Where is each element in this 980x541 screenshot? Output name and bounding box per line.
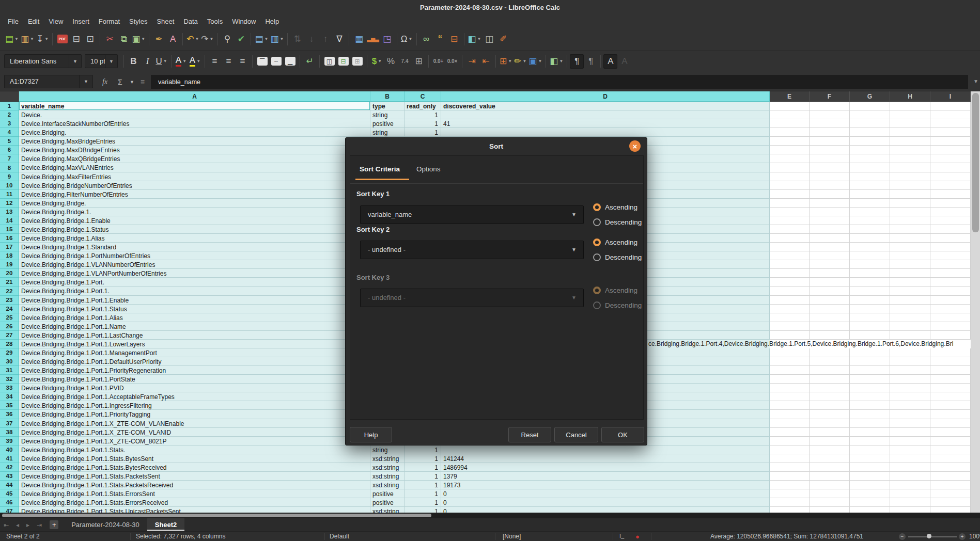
cell-A9[interactable]: Device.Bridging.MaxFilterEntries (19, 172, 370, 181)
cell-H8[interactable] (890, 163, 930, 172)
cell-G9[interactable] (850, 172, 890, 181)
cell-A8[interactable]: Device.Bridging.MaxVLANEntries (19, 163, 370, 172)
cell-E1[interactable] (770, 102, 810, 110)
cell-B47[interactable]: xsd:string (370, 507, 405, 513)
redo-button[interactable]: ↷▼ (200, 32, 214, 46)
insert-hyperlink-button[interactable]: ∞ (419, 32, 433, 46)
cell-A42[interactable]: Device.Bridging.Bridge.1.Port.1.Stats.By… (19, 463, 370, 472)
menu-styles[interactable]: Styles (125, 16, 152, 27)
cell-H37[interactable] (890, 419, 930, 428)
average-sum-stats[interactable]: Average: 1205026.96686541; Sum: 12784131… (710, 533, 863, 540)
cell-I45[interactable] (930, 489, 971, 498)
horizontal-scrollbar[interactable] (0, 513, 980, 518)
conditional-formatting-button[interactable]: ◧▼ (549, 54, 564, 69)
insert-chart-button[interactable]: ▂▅▃ (366, 32, 380, 46)
cell-A47[interactable]: Device.Bridging.Bridge.1.Port.1.Stats.Un… (19, 507, 370, 513)
zoom-slider-thumb[interactable] (927, 534, 931, 538)
insert-comment-button[interactable]: “ (433, 32, 447, 46)
cell-E45[interactable] (770, 489, 810, 498)
insert-image-button[interactable]: ▦ (352, 32, 366, 46)
font-color-button[interactable]: A▼ (174, 54, 188, 69)
cell-G30[interactable] (850, 357, 890, 366)
cell-H14[interactable] (890, 216, 930, 225)
last-sheet-icon[interactable]: ⇥ (33, 521, 45, 529)
sheet-tab-sheet2[interactable]: Sheet2 (147, 518, 185, 531)
cell-F40[interactable] (810, 445, 850, 454)
row-header-45[interactable]: 45 (0, 489, 19, 498)
chevron-down-icon[interactable]: ▼ (105, 55, 117, 68)
cell-H45[interactable] (890, 489, 930, 498)
row-header-22[interactable]: 22 (0, 287, 19, 295)
cell-H7[interactable] (890, 154, 930, 163)
cell-G12[interactable] (850, 199, 890, 208)
cell-I20[interactable] (930, 269, 971, 278)
cell-E4[interactable] (770, 128, 810, 137)
date-format-button[interactable]: ⊞ (412, 54, 426, 69)
cell-A38[interactable]: Device.Bridging.Bridge.1.Port.1.X_ZTE-CO… (19, 428, 370, 437)
cell-E14[interactable] (770, 216, 810, 225)
cell-H46[interactable] (890, 498, 930, 507)
cell-E43[interactable] (770, 472, 810, 481)
row-header-42[interactable]: 42 (0, 463, 19, 472)
show-draw-functions-button[interactable]: ✐ (496, 32, 510, 46)
cell-I24[interactable] (930, 305, 971, 313)
cell-I26[interactable] (930, 322, 971, 331)
cell-F47[interactable] (810, 507, 850, 513)
cell-I5[interactable] (930, 137, 971, 146)
cancel-button[interactable]: Cancel (554, 427, 598, 442)
clear-formatting-button[interactable]: A (166, 32, 180, 46)
column-header-E[interactable]: E (770, 91, 810, 102)
chevron-down-icon[interactable]: ▼ (79, 75, 92, 88)
cell-A27[interactable]: Device.Bridging.Bridge.1.Port.1.LastChan… (19, 331, 370, 340)
cell-A13[interactable]: Device.Bridging.Bridge.1. (19, 208, 370, 216)
cell-F10[interactable] (810, 181, 850, 190)
cell-E2[interactable] (770, 110, 810, 119)
zoom-slider[interactable] (908, 536, 957, 537)
cell-E39[interactable] (770, 437, 810, 445)
column-header-B[interactable]: B (370, 91, 405, 102)
cell-I14[interactable] (930, 216, 971, 225)
cell-E42[interactable] (770, 463, 810, 472)
radio-selected-icon[interactable] (593, 203, 601, 211)
help-button[interactable]: Help (350, 427, 392, 442)
equals-icon[interactable]: = (141, 72, 145, 91)
cell-I47[interactable] (930, 507, 971, 513)
cell-F2[interactable] (810, 110, 850, 119)
cell-I22[interactable] (930, 287, 971, 295)
previous-sheet-icon[interactable]: ◂ (12, 521, 23, 529)
cell-A2[interactable]: Device. (19, 110, 370, 119)
text-direction-horizontal-button[interactable]: A (603, 54, 617, 69)
cell-G11[interactable] (850, 190, 890, 199)
cell-D4[interactable] (441, 128, 770, 137)
cell-H23[interactable] (890, 296, 930, 305)
cell-E21[interactable] (770, 278, 810, 287)
cell-G43[interactable] (850, 472, 890, 481)
cell-I1[interactable] (930, 102, 971, 110)
sort-key-1-select[interactable]: variable_name ▼ (360, 205, 584, 224)
cell-H15[interactable] (890, 225, 930, 234)
cell-I37[interactable] (930, 419, 971, 428)
chevron-down-icon[interactable]: ▼ (69, 55, 81, 68)
cell-B40[interactable]: string (370, 445, 405, 454)
cell-G31[interactable] (850, 366, 890, 375)
cell-E26[interactable] (770, 322, 810, 331)
cell-F17[interactable] (810, 243, 850, 251)
row-header-7[interactable]: 7 (0, 154, 19, 163)
cell-G23[interactable] (850, 296, 890, 305)
cell-E32[interactable] (770, 375, 810, 384)
cell-A34[interactable]: Device.Bridging.Bridge.1.Port.1.Acceptab… (19, 392, 370, 401)
cell-H16[interactable] (890, 234, 930, 243)
cell-F41[interactable] (810, 454, 850, 463)
row-header-4[interactable]: 4 (0, 128, 19, 137)
row-header-2[interactable]: 2 (0, 110, 19, 119)
cell-B2[interactable]: string (370, 110, 405, 119)
ok-button[interactable]: OK (601, 427, 644, 442)
cell-H21[interactable] (890, 278, 930, 287)
cell-C41[interactable]: 1 (405, 454, 441, 463)
radio-unselected-icon[interactable] (593, 253, 601, 261)
cell-G38[interactable] (850, 428, 890, 437)
cell-A30[interactable]: Device.Bridging.Bridge.1.Port.1.DefaultU… (19, 357, 370, 366)
cell-F44[interactable] (810, 481, 850, 489)
cell-A22[interactable]: Device.Bridging.Bridge.1.Port.1. (19, 287, 370, 295)
cell-A7[interactable]: Device.Bridging.MaxQBridgeEntries (19, 154, 370, 163)
